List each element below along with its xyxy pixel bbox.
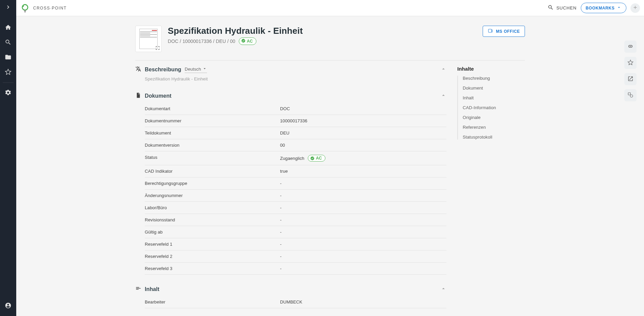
left-nav bbox=[0, 0, 16, 316]
nav-search[interactable] bbox=[0, 35, 16, 50]
dropdown-icon bbox=[617, 5, 621, 11]
kv-value: - bbox=[280, 238, 446, 250]
kv-key: Gültig ab bbox=[145, 226, 280, 238]
kv-key: Bearbeiter bbox=[145, 296, 280, 308]
copy-link-button[interactable] bbox=[624, 41, 637, 53]
collapse-toggle[interactable] bbox=[440, 66, 446, 73]
gear-icon bbox=[5, 89, 12, 97]
link-icon bbox=[627, 43, 634, 50]
bookmarks-label: BOOKMARKS bbox=[586, 6, 615, 10]
section-inhalt: Inhalt BearbeiterDUMBECK bbox=[135, 284, 446, 308]
chevron-up-icon bbox=[440, 94, 446, 99]
chevron-up-icon bbox=[440, 68, 446, 73]
toc-item[interactable]: Originale bbox=[463, 115, 525, 120]
msoffice-button[interactable]: MS OFFICE bbox=[483, 26, 525, 37]
star-icon bbox=[627, 59, 634, 67]
toc-item[interactable]: CAD-Information bbox=[463, 105, 525, 110]
kv-value: - bbox=[280, 250, 446, 263]
kv-value: - bbox=[280, 263, 446, 275]
kv-key: Berechtigungsgruppe bbox=[145, 177, 280, 190]
kv-value: - bbox=[280, 190, 446, 202]
kv-value: true bbox=[280, 165, 446, 177]
nav-favorites[interactable] bbox=[0, 65, 16, 80]
meta-line: DOC / 10000017336 / DEU / 00 bbox=[168, 39, 235, 44]
kv-key: Teildokument bbox=[145, 127, 280, 139]
brand-label: CROSS·POINT bbox=[33, 6, 67, 10]
document-thumbnail[interactable] bbox=[135, 26, 162, 52]
folder-icon bbox=[5, 54, 12, 62]
nav-divider bbox=[3, 82, 14, 83]
toc-aside: Inhalte BeschreibungDokumentInhaltCAD-In… bbox=[457, 65, 525, 316]
dokument-table: DokumentartDOCDokumentnummer10000017336T… bbox=[145, 103, 446, 275]
logo-icon bbox=[20, 3, 30, 13]
status-badge: AC bbox=[239, 38, 257, 45]
collapse-toggle[interactable] bbox=[440, 92, 446, 99]
nav-settings[interactable] bbox=[0, 86, 16, 100]
toc-title: Inhalte bbox=[457, 66, 525, 72]
topbar: CROSS·POINT SUCHEN BOOKMARKS bbox=[16, 0, 644, 16]
brand[interactable]: CROSS·POINT bbox=[20, 3, 67, 13]
toc-item[interactable]: Dokument bbox=[463, 86, 525, 91]
bookmarks-button[interactable]: BOOKMARKS bbox=[581, 3, 626, 13]
shapes-icon bbox=[627, 92, 634, 99]
expand-icon bbox=[155, 46, 160, 50]
toc-item[interactable]: Inhalt bbox=[463, 95, 525, 100]
status-badge: AC bbox=[308, 155, 326, 162]
kv-key: Reservefeld 1 bbox=[145, 238, 280, 250]
add-button[interactable] bbox=[630, 3, 640, 13]
nav-profile[interactable] bbox=[0, 298, 16, 313]
toc-item[interactable]: Beschreibung bbox=[463, 76, 525, 81]
svg-point-1 bbox=[22, 5, 24, 7]
search-icon bbox=[5, 39, 12, 47]
favorite-button[interactable] bbox=[624, 57, 637, 69]
kv-value: - bbox=[280, 214, 446, 226]
kv-value: - bbox=[280, 177, 446, 190]
nav-expand[interactable] bbox=[0, 0, 16, 15]
collapse-toggle[interactable] bbox=[440, 286, 446, 293]
toc-item[interactable]: Statusprotokoll bbox=[463, 135, 525, 140]
document-icon bbox=[135, 92, 141, 99]
kv-value: DUMBECK bbox=[280, 296, 446, 308]
language-selector[interactable]: Deutsch bbox=[185, 66, 207, 73]
kv-key: Reservefeld 2 bbox=[145, 250, 280, 263]
right-action-column bbox=[624, 41, 637, 101]
search-icon bbox=[548, 4, 554, 11]
kv-value: DEU bbox=[280, 127, 446, 139]
kv-key: Dokumentart bbox=[145, 103, 280, 115]
search-label: SUCHEN bbox=[556, 5, 577, 10]
toc-item[interactable]: Referenzen bbox=[463, 125, 525, 130]
translate-icon bbox=[135, 66, 141, 73]
nav-folder[interactable] bbox=[0, 50, 16, 65]
user-icon bbox=[5, 302, 12, 310]
word-icon bbox=[488, 28, 493, 34]
header-divider bbox=[135, 60, 525, 60]
kv-value: 10000017336 bbox=[280, 115, 446, 127]
kv-value: - bbox=[280, 202, 446, 214]
chevron-right-icon bbox=[5, 4, 12, 11]
open-external-button[interactable] bbox=[624, 73, 637, 85]
svg-rect-2 bbox=[628, 93, 630, 95]
document-meta: DOC / 10000017336 / DEU / 00 AC bbox=[168, 38, 303, 45]
section-title: Dokument bbox=[145, 93, 171, 99]
svg-rect-4 bbox=[488, 29, 491, 32]
kv-key: Dokumentnummer bbox=[145, 115, 280, 127]
dropdown-icon bbox=[202, 66, 207, 72]
nav-home[interactable] bbox=[0, 20, 16, 35]
kv-key: Änderungsnummer bbox=[145, 190, 280, 202]
kv-key: Labor/Büro bbox=[145, 202, 280, 214]
kv-value: - bbox=[280, 226, 446, 238]
svg-point-3 bbox=[630, 95, 633, 97]
home-icon bbox=[5, 24, 12, 32]
kv-key: Status bbox=[145, 151, 280, 165]
star-icon bbox=[5, 69, 12, 76]
open-external-icon bbox=[627, 76, 634, 83]
language-label: Deutsch bbox=[185, 67, 201, 72]
toc-list: BeschreibungDokumentInhaltCAD-Informatio… bbox=[457, 76, 525, 140]
related-button[interactable] bbox=[624, 89, 637, 101]
kv-key: Reservefeld 3 bbox=[145, 263, 280, 275]
kv-value: 00 bbox=[280, 139, 446, 151]
status-badge-label: AC bbox=[247, 39, 253, 44]
kv-key: Dokumentversion bbox=[145, 139, 280, 151]
global-search-button[interactable]: SUCHEN bbox=[544, 4, 581, 11]
notes-icon bbox=[135, 286, 141, 293]
